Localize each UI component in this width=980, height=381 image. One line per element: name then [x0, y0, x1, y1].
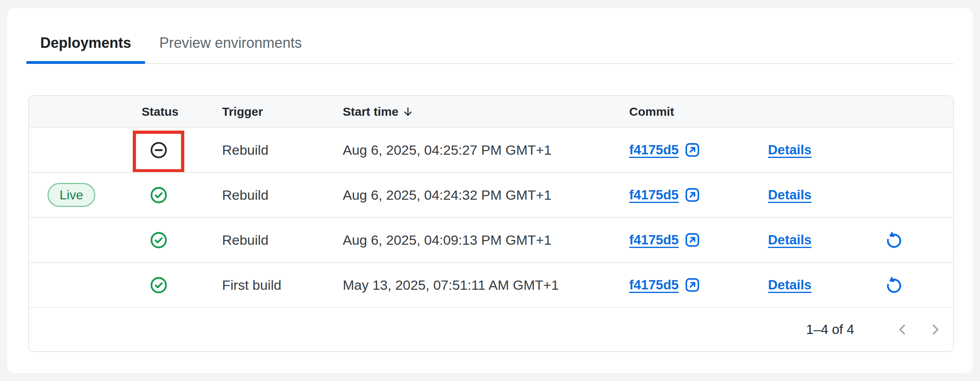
- start-time-cell: Aug 6, 2025, 04:09:13 PM GMT+1: [343, 232, 629, 248]
- page-background: { "colors": { "page_background": "#f3f4f…: [0, 0, 980, 381]
- trigger-cell: Rebuild: [222, 232, 343, 248]
- external-link-icon: [684, 231, 701, 248]
- deployments-table: Status Trigger Start time Commit: [28, 95, 954, 352]
- tab-bar: Deployments Preview environments: [7, 8, 973, 63]
- pagination-range: 1–4 of 4: [806, 322, 854, 337]
- commit-link[interactable]: f4175d5: [629, 141, 701, 158]
- status-cell: [142, 231, 222, 250]
- commit-hash-link[interactable]: f4175d5: [629, 232, 679, 248]
- tab-preview-environments[interactable]: Preview environments: [145, 23, 316, 63]
- trigger-cell: Rebuild: [222, 142, 343, 158]
- external-link-icon: [684, 141, 701, 158]
- arrow-down-icon: [402, 106, 414, 118]
- header-commit-label: Commit: [629, 105, 674, 119]
- tab-bar-divider: [26, 63, 954, 64]
- status-cell: [142, 186, 222, 205]
- tab-deployments[interactable]: Deployments: [26, 23, 145, 63]
- retry-icon: [885, 231, 903, 249]
- table-row: Rebuild Aug 6, 2025, 04:25:27 PM GMT+1 f…: [29, 127, 953, 172]
- retry-button[interactable]: [885, 276, 903, 294]
- header-trigger-label: Trigger: [222, 105, 263, 119]
- table-header-row: Status Trigger Start time Commit: [29, 96, 953, 127]
- table-row: Live Rebuild Aug 6, 2025, 04:24:32 PM GM…: [29, 172, 953, 217]
- trigger-cell: First build: [222, 277, 343, 293]
- environment-cell: Live: [29, 183, 142, 207]
- table-row: Rebuild Aug 6, 2025, 04:09:13 PM GMT+1 f…: [29, 217, 953, 262]
- table-row: First build May 13, 2025, 07:51:11 AM GM…: [29, 262, 953, 307]
- retry-button[interactable]: [885, 231, 903, 249]
- deployments-card: Deployments Preview environments Status …: [7, 8, 973, 373]
- retry-icon: [885, 276, 903, 294]
- actions-cell: [865, 276, 953, 294]
- status-cell: [142, 141, 222, 160]
- tab-deployments-label: Deployments: [40, 35, 131, 51]
- start-time-cell: Aug 6, 2025, 04:25:27 PM GMT+1: [343, 142, 629, 158]
- external-link-icon: [684, 186, 701, 203]
- header-start-time[interactable]: Start time: [343, 105, 629, 119]
- commit-cell: f4175d5: [629, 186, 768, 203]
- check-circle-icon: [149, 231, 168, 250]
- details-cell: Details: [768, 277, 865, 293]
- external-link-icon: [684, 277, 701, 293]
- header-trigger: Trigger: [222, 105, 343, 119]
- commit-cell: f4175d5: [629, 277, 768, 293]
- header-commit: Commit: [629, 105, 768, 119]
- table-footer: 1–4 of 4: [29, 307, 953, 351]
- trigger-cell: Rebuild: [222, 187, 343, 203]
- commit-link[interactable]: f4175d5: [629, 277, 701, 293]
- actions-cell: [865, 231, 953, 249]
- commit-cell: f4175d5: [629, 141, 768, 158]
- header-status: Status: [142, 105, 222, 119]
- pagination-next-button[interactable]: [926, 321, 943, 338]
- check-circle-icon: [149, 276, 168, 295]
- details-link[interactable]: Details: [768, 142, 811, 158]
- details-link[interactable]: Details: [768, 187, 811, 203]
- minus-circle-icon: [149, 141, 168, 160]
- details-link[interactable]: Details: [768, 277, 811, 293]
- start-time-cell: Aug 6, 2025, 04:24:32 PM GMT+1: [343, 187, 629, 203]
- commit-hash-link[interactable]: f4175d5: [629, 142, 679, 158]
- live-badge: Live: [47, 183, 95, 207]
- header-status-label: Status: [142, 105, 179, 119]
- chevron-right-icon: [928, 322, 942, 337]
- header-start-time-label: Start time: [343, 105, 398, 119]
- status-cell: [142, 276, 222, 295]
- commit-link[interactable]: f4175d5: [629, 231, 701, 248]
- check-circle-icon: [149, 186, 168, 205]
- chevron-left-icon: [896, 322, 910, 337]
- commit-hash-link[interactable]: f4175d5: [629, 187, 679, 203]
- tab-preview-environments-label: Preview environments: [159, 35, 302, 51]
- active-tab-underline: [26, 61, 145, 64]
- details-cell: Details: [768, 232, 865, 248]
- details-link[interactable]: Details: [768, 232, 811, 248]
- details-cell: Details: [768, 187, 865, 203]
- commit-hash-link[interactable]: f4175d5: [629, 277, 679, 293]
- commit-link[interactable]: f4175d5: [629, 186, 701, 203]
- pagination-prev-button[interactable]: [894, 321, 911, 338]
- details-cell: Details: [768, 142, 865, 158]
- commit-cell: f4175d5: [629, 231, 768, 248]
- start-time-cell: May 13, 2025, 07:51:11 AM GMT+1: [343, 277, 629, 293]
